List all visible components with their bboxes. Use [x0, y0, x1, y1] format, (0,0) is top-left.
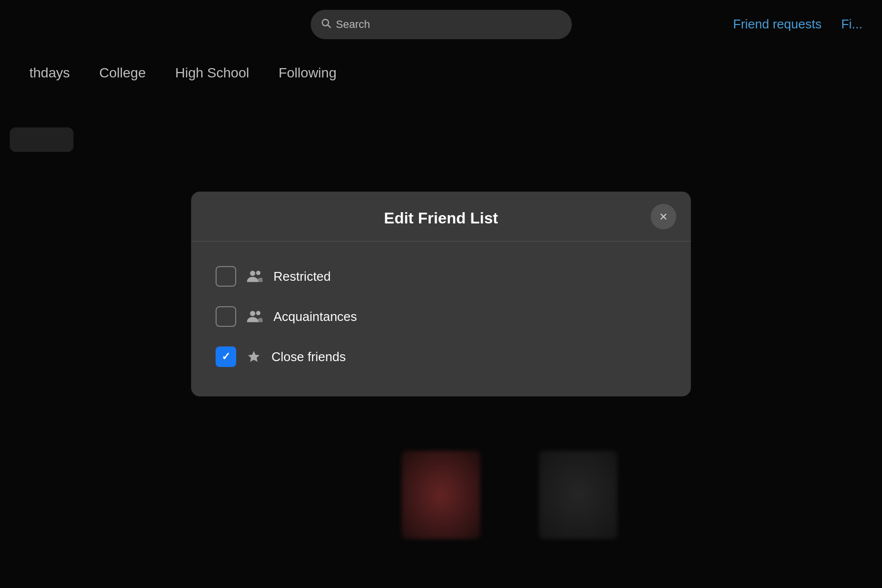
restricted-label: Restricted	[273, 269, 331, 284]
svg-point-4	[250, 270, 255, 276]
acquaintances-checkbox[interactable]	[216, 306, 236, 327]
svg-point-7	[256, 311, 261, 315]
acquaintances-label: Acquaintances	[273, 309, 357, 324]
acquaintances-icon	[247, 310, 263, 323]
list-item: Restricted	[216, 256, 666, 296]
modal-backdrop: Edit Friend List	[0, 0, 882, 588]
svg-point-5	[256, 270, 261, 275]
svg-point-6	[250, 311, 255, 316]
modal-header: Edit Friend List	[191, 192, 691, 242]
close-friends-label: Close friends	[271, 349, 346, 365]
modal-close-button[interactable]	[651, 204, 676, 229]
close-friends-checkbox[interactable]	[216, 346, 236, 367]
list-item: Acquaintances	[216, 296, 666, 337]
close-friends-icon	[247, 350, 261, 364]
edit-friend-list-modal: Edit Friend List	[191, 192, 691, 396]
modal-body: Restricted Acquaintances	[191, 242, 691, 396]
modal-title: Edit Friend List	[384, 209, 498, 227]
restricted-icon	[247, 270, 263, 283]
list-item: Close friends	[216, 337, 666, 377]
restricted-checkbox[interactable]	[216, 266, 236, 287]
